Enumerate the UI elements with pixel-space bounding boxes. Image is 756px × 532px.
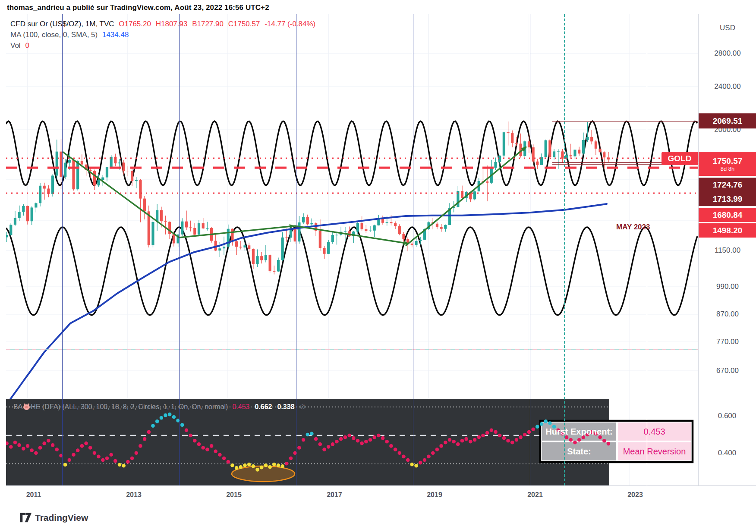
teal-dashed-vertical-drawing[interactable] [564, 14, 565, 485]
dfa-dot [536, 425, 539, 429]
dfa-dot [88, 446, 92, 450]
dfa-indicator-legend[interactable]: BA HE (DFA) (ALL, 300, 100, 18, 8, 2, Ci… [13, 403, 306, 411]
dfa-dot [243, 463, 247, 467]
candle-body [573, 150, 576, 156]
dfa-dot [277, 463, 280, 467]
candle-body [185, 222, 188, 228]
dfa-dot [255, 468, 259, 472]
dfa-dot [268, 465, 272, 469]
dfa-dot [139, 444, 142, 448]
vol-label[interactable]: Vol [10, 41, 21, 50]
candle-body [22, 206, 25, 212]
chart-legend[interactable]: CFD sur Or (US$/OZ), 1M, TVC O1765.20 H1… [10, 19, 318, 51]
dfa-dot [398, 451, 402, 455]
dfa-dot [331, 442, 335, 446]
time-axis-year-label: 2021 [527, 491, 543, 499]
candle-body [281, 238, 284, 260]
dfa-dot [448, 438, 452, 442]
legend-vol-row[interactable]: Vol 0 [10, 41, 318, 51]
candle-body [356, 223, 359, 232]
candle-body [243, 245, 246, 247]
vertical-line-drawing[interactable] [62, 14, 63, 485]
dfa-dot [515, 438, 519, 442]
tradingview-mark-icon [20, 512, 32, 523]
dfa-dot [339, 437, 343, 441]
dfa-dot [68, 458, 72, 462]
candle-body [586, 137, 589, 140]
price-axis-badge: 1713.99 [699, 192, 756, 206]
time-axis-year-label: 2017 [327, 491, 342, 499]
panel-axis-label: 0.400 [698, 449, 756, 457]
dfa-dot [419, 461, 422, 465]
candle-body [302, 217, 305, 222]
candle-body [548, 140, 551, 157]
candle-body [56, 152, 58, 176]
candle-body [557, 151, 560, 152]
candle-body [369, 231, 372, 231]
dfa-dot [427, 455, 431, 459]
candle-body [511, 133, 513, 143]
dfa-dot [464, 437, 468, 441]
gold-price-flag: GOLD [662, 152, 698, 165]
dfa-dot [360, 441, 364, 445]
time-axis-year-label: 2015 [226, 491, 242, 499]
dfa-dot [456, 442, 460, 446]
vertical-line-drawing[interactable] [647, 14, 647, 485]
dfa-upper-band-value: 0.662 [255, 403, 272, 411]
candle-body [64, 163, 66, 177]
candle-body [260, 256, 263, 260]
legend-symbol-row[interactable]: CFD sur Or (US$/OZ), 1M, TVC O1765.20 H1… [10, 19, 318, 29]
ma-label[interactable]: MA (100, close, 0, SMA, 5) [10, 31, 98, 39]
dfa-dot [473, 438, 477, 442]
hurst-exponent-label[interactable]: Hurst Exponent: [542, 422, 616, 441]
time-axis[interactable]: 2011201320152017201920212023 [6, 485, 756, 506]
tradingview-logo[interactable]: TradingView [20, 512, 88, 523]
dfa-dot [490, 429, 494, 432]
vertical-line-drawing[interactable] [296, 14, 296, 485]
price-axis-badge: 1680.84 [699, 208, 756, 222]
candle-body [9, 225, 12, 235]
dfa-label-params: HE (DFA) (ALL, 300, 100, 18, 8, 2, Circl… [31, 403, 228, 411]
dfa-dot [347, 434, 351, 438]
dfa-dot [394, 448, 397, 451]
dfa-dot [113, 459, 117, 463]
dfa-dot [218, 453, 222, 457]
dfa-dot [76, 448, 80, 452]
candle-body [131, 171, 133, 181]
eye-hidden-icon[interactable]: ∅ [300, 403, 306, 411]
candle-body [118, 163, 121, 163]
candle-body [436, 224, 438, 227]
dfa-dot [352, 436, 356, 440]
time-axis-year-label: 2013 [126, 491, 142, 499]
candle-body [81, 161, 83, 165]
dfa-dot [101, 458, 105, 462]
candle-body [223, 247, 225, 248]
axis-currency: USD [699, 24, 756, 32]
dfa-dot [63, 463, 67, 467]
candle-body [151, 222, 154, 245]
ma-value: 1434.48 [102, 31, 129, 39]
vertical-line-drawing[interactable] [179, 14, 180, 485]
candle-body [139, 180, 142, 199]
time-axis-year-label: 2011 [26, 491, 41, 499]
dfa-dot [356, 439, 360, 443]
symbol-title[interactable]: CFD sur Or (US$/OZ), 1M, TVC [10, 20, 114, 28]
state-label[interactable]: State: [542, 442, 616, 460]
vertical-line-drawing[interactable] [413, 14, 413, 485]
dfa-dot [364, 440, 368, 444]
dfa-dot [343, 435, 347, 439]
dfa-dot [168, 413, 172, 416]
legend-ma-row[interactable]: MA (100, close, 0, SMA, 5) 1434.48 [10, 30, 318, 40]
publish-header: thomas_andrieu a publié sur TradingView.… [7, 3, 269, 12]
dfa-dot [126, 460, 130, 464]
may-2023-annotation[interactable]: MAY 2023 [616, 223, 650, 232]
candle-body [106, 167, 108, 177]
dfa-dot [381, 436, 385, 440]
candle-body [35, 203, 37, 207]
candle-body [603, 152, 605, 157]
vertical-line-drawing[interactable] [530, 14, 530, 485]
tradingview-logo-text: TradingView [35, 513, 88, 523]
dfa-dot [47, 439, 50, 443]
dfa-panel-background [6, 399, 609, 485]
chart-canvas[interactable] [6, 14, 698, 485]
